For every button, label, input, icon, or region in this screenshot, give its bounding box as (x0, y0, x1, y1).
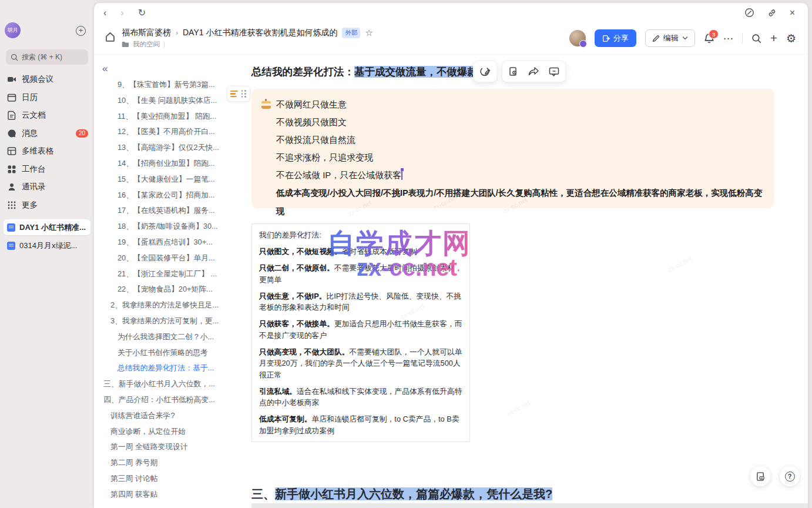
outline-item[interactable]: 12、【医美】不用高价开白... (94, 124, 250, 140)
collaborator-avatar[interactable] (569, 30, 586, 46)
doc-tab-0314[interactable]: 0314月月x绿泥... (4, 238, 90, 253)
section-heading-three[interactable]: 三、新手做小红书月入六位数，篇篇必爆款，凭什么是我? (251, 486, 552, 502)
new-doc-plus-icon[interactable]: + (770, 31, 777, 45)
next-block-edge (251, 503, 808, 508)
forward-icon[interactable]: › (120, 8, 123, 18)
table-icon (7, 146, 16, 156)
sidebar-nav: 视频会议 日历 云文档 消息 20 多维表格 工作台 通讯录 更多 (0, 71, 94, 214)
window-chrome: ‹ › ↻ × (94, 3, 808, 22)
compass-icon[interactable] (744, 8, 754, 18)
breadcrumb-space[interactable]: 福布斯富婆榜 (122, 28, 171, 38)
outline-item[interactable]: 为什么我选择图文二创？小... (94, 329, 250, 345)
edit-button[interactable]: 编辑 (645, 29, 695, 47)
outline-item[interactable]: 15、【大健康创业】一篇笔... (94, 172, 250, 188)
doc-link-icon[interactable] (508, 66, 519, 77)
section-heading-strategy[interactable]: 总结我的差异化打法：基于成交做流量，不做爆款 (251, 65, 478, 79)
home-icon[interactable] (105, 31, 116, 42)
nav-label: 工作台 (22, 164, 46, 175)
style-palette-icon[interactable] (479, 66, 491, 77)
user-avatar[interactable]: 胡月 (5, 22, 21, 38)
outline-item[interactable]: 22、【宠物食品】20+矩阵... (94, 282, 250, 298)
nav-label: 云文档 (22, 110, 46, 121)
faint-watermark: zx-cc.net (667, 255, 693, 273)
sidebar-item-cloud-docs[interactable]: 云文档 (0, 106, 94, 125)
breadcrumb-doc-title[interactable]: DAY1 小红书精准获客收割机是如何炼成的 (183, 28, 337, 38)
search-icon (11, 54, 18, 61)
space-name[interactable]: 我的空间 (133, 40, 160, 49)
outline-item[interactable]: 21、【浙江全屋定制工厂】 ... (94, 266, 250, 282)
nav-label: 更多 (22, 200, 38, 210)
image-paragraph: 低成本可复制。单店和连锁店都可复制，to C卖产品，to B卖加盟均拿到过成功案… (259, 413, 462, 436)
reload-icon[interactable]: ↻ (138, 7, 146, 18)
unread-count-badge: 20 (76, 129, 88, 138)
actions-tool-card (502, 61, 566, 82)
comment-icon[interactable] (549, 67, 559, 76)
back-icon[interactable]: ‹ (103, 8, 106, 18)
nav-label: 多维表格 (22, 146, 53, 156)
sidebar-item-video-meeting[interactable]: 视频会议 (0, 71, 94, 89)
star-icon[interactable]: ☆ (365, 28, 373, 38)
create-plus-icon[interactable]: + (76, 26, 86, 36)
question-mark-icon: ? (785, 472, 795, 482)
more-grid-icon (7, 200, 16, 210)
callout-line: 不在公域做 IP，只在公域做获客 (276, 166, 764, 184)
heading-highlighted-text: 新手做小红书月入六位数，篇篇必爆款，凭什么是我? (275, 487, 552, 500)
help-button[interactable]: ? (780, 466, 800, 486)
callout-line: 不做视频只做图文 (276, 113, 764, 131)
outline-item[interactable]: 商业诊断，从定位开始 (94, 424, 250, 440)
callout-style-icon[interactable] (230, 91, 238, 97)
doc-header: 福布斯富婆榜 › DAY1 小红书精准获客收割机是如何炼成的 外部 ☆ 我的空间 (94, 22, 808, 55)
close-icon[interactable]: × (790, 8, 795, 18)
notifications-button[interactable]: 3 (704, 33, 714, 44)
breadcrumb-separator: › (176, 29, 178, 37)
sidebar-item-workbench[interactable]: 工作台 (0, 161, 94, 179)
share-icon (602, 35, 610, 42)
outline-item[interactable]: 四、产品介绍：小红书低粉高变... (94, 392, 250, 408)
share-arrow-icon[interactable] (528, 66, 539, 76)
heading-highlighted-text: 基于成交做流量，不做爆款 (354, 66, 478, 78)
outline-item[interactable]: 14、【招商创业加盟】陪跑... (94, 156, 250, 172)
share-button[interactable]: 分享 (595, 29, 636, 47)
outline-item[interactable]: 三、新手做小红书月入六位数，... (94, 376, 250, 392)
settings-gear-icon[interactable]: ⚙ (786, 32, 796, 45)
outline-item[interactable]: 11、【美业招商加盟】 陪跑... (94, 109, 250, 125)
outline-item[interactable]: 第二周 养号期 (94, 455, 250, 471)
outline-item[interactable]: 3、我拿结果的方法可复制，更... (94, 313, 250, 329)
heading-prefix: 三、 (251, 487, 275, 500)
breadcrumb: 福布斯富婆榜 › DAY1 小红书精准获客收割机是如何炼成的 外部 ☆ (122, 28, 373, 38)
outline-item[interactable]: 13、【高端游学】仅仅2天快... (94, 140, 250, 156)
embedded-image[interactable]: 我们的差异化打法: 只做图文，不做短视频。省时省钱成本低可复制 只做二创，不做原… (251, 223, 470, 442)
callout-block[interactable]: 不做网红只做生意 不做视频只做图文 不做投流只做自然流 不追求涨粉，只追求变现 … (251, 89, 774, 208)
more-actions-icon[interactable]: ⋯ (723, 32, 733, 45)
outline-item[interactable]: 2、我拿结果的方法足够快且足... (94, 298, 250, 313)
copy-link-icon[interactable] (767, 8, 777, 18)
nav-label: 视频会议 (22, 74, 53, 85)
outline-item[interactable]: 16、【某家政公司】招商加... (94, 188, 250, 203)
nav-label: 消息 (22, 128, 38, 139)
subline-divider (164, 42, 165, 48)
outline-item-active[interactable]: 总结我的差异化打法：基于... (94, 360, 250, 376)
sidebar-item-contacts[interactable]: 通讯录 (0, 178, 94, 196)
sidebar-item-calendar[interactable]: 日历 (0, 89, 94, 107)
sidebar-item-messages[interactable]: 消息 20 (0, 125, 94, 143)
outline-item[interactable]: 20、【全国装修平台】单月... (94, 250, 250, 266)
outline-item[interactable]: 第三周 讨论帖 (94, 471, 250, 487)
outline-item[interactable]: 训练营谁适合来学? (94, 408, 250, 424)
video-camera-icon (7, 75, 16, 84)
search-doc-icon[interactable] (751, 34, 761, 44)
outline-item[interactable]: 17、【在线英语机构】服务... (94, 203, 250, 219)
outline-item[interactable]: 关于小红书创作策略的思考 (94, 345, 250, 361)
search-input[interactable]: 搜索 (⌘ + K) (6, 49, 88, 65)
callout-line: 不做网红只做生意 (276, 96, 764, 113)
comments-panel-button[interactable] (750, 466, 770, 486)
collapse-outline-icon[interactable]: « (102, 63, 108, 75)
doc-tab-day1[interactable]: DAY1 小红书精准... (4, 219, 90, 235)
outline-item[interactable]: 第一周 全链路变现设计 (94, 439, 250, 455)
drag-handle-icon[interactable] (241, 90, 247, 98)
outline-item[interactable]: 19、【蛋糕西点培训】30+... (94, 235, 250, 250)
sidebar-item-more[interactable]: 更多 (0, 196, 94, 215)
outline-item[interactable]: 第四周 获客贴 (94, 487, 250, 503)
sidebar-item-base-table[interactable]: 多维表格 (0, 142, 94, 161)
outline-item[interactable]: 18、【奶茶/咖啡设备商】30... (94, 219, 250, 235)
cake-emoji-icon[interactable] (261, 101, 271, 109)
